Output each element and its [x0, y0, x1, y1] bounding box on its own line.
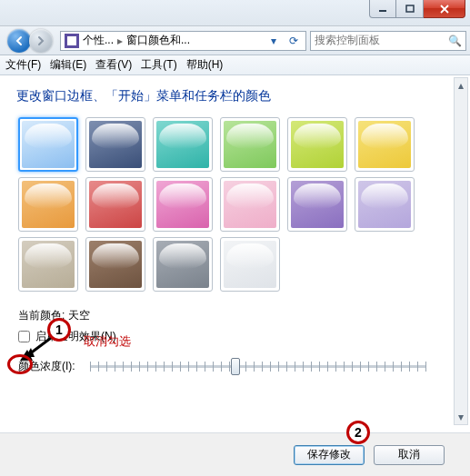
menu-view[interactable]: 查看(V) [95, 57, 132, 73]
cancel-button[interactable]: 取消 [374, 445, 445, 465]
menu-bar: 文件(F) 编辑(E) 查看(V) 工具(T) 帮助(H) [0, 55, 470, 75]
maximize-button[interactable] [396, 0, 424, 18]
color-swatch-taupe[interactable] [18, 237, 78, 292]
close-button[interactable] [424, 0, 465, 18]
intensity-label: 颜色浓度(I): [18, 359, 75, 374]
svg-marker-3 [25, 348, 35, 357]
save-button[interactable]: 保存修改 [294, 445, 365, 465]
back-button[interactable] [7, 29, 31, 53]
chevron-right-icon: ▸ [117, 35, 123, 47]
color-swatch-sky[interactable] [18, 117, 78, 172]
menu-file[interactable]: 文件(F) [5, 57, 41, 73]
color-swatch-sun[interactable] [355, 117, 415, 172]
chevron-down-icon[interactable]: ▾ [265, 33, 282, 49]
color-swatch-ruby[interactable] [85, 177, 145, 232]
maximize-icon [405, 5, 415, 14]
nav-row: 个性... ▸ 窗口颜色和... ▾ ⟳ 搜索控制面板 🔍 [0, 26, 470, 55]
footer: 2 保存修改 取消 [0, 432, 470, 476]
menu-tools[interactable]: 工具(T) [141, 57, 176, 73]
svg-rect-1 [406, 5, 414, 12]
color-swatch-fuchsia[interactable] [153, 177, 213, 232]
color-swatch-blush[interactable] [220, 177, 280, 232]
color-swatch-grid [18, 117, 454, 292]
color-swatch-lime[interactable] [287, 117, 347, 172]
search-box[interactable]: 搜索控制面板 🔍 [310, 31, 466, 51]
scroll-up-icon[interactable]: ▴ [455, 78, 467, 93]
color-swatch-twilight[interactable] [85, 117, 145, 172]
window-controls [369, 0, 465, 18]
search-placeholder: 搜索控制面板 [315, 33, 445, 48]
annotation-marker-2: 2 [346, 421, 370, 444]
intensity-slider[interactable] [90, 365, 426, 368]
scroll-down-icon[interactable]: ▾ [455, 410, 467, 424]
color-swatch-slate[interactable] [153, 237, 213, 292]
menu-help[interactable]: 帮助(H) [186, 57, 224, 73]
address-bar[interactable]: 个性... ▸ 窗口颜色和... ▾ ⟳ [60, 31, 306, 51]
transparency-checkbox[interactable] [18, 331, 30, 342]
minimize-icon [377, 5, 388, 14]
search-icon: 🔍 [448, 35, 462, 47]
color-swatch-pumpkin[interactable] [18, 177, 78, 232]
current-color-label: 当前颜色: 天空 [18, 308, 454, 323]
color-swatch-lavender[interactable] [355, 177, 415, 232]
color-swatch-sea[interactable] [153, 117, 213, 172]
refresh-icon[interactable]: ⟳ [285, 33, 302, 49]
color-swatch-chocolate[interactable] [85, 237, 145, 292]
transparency-row: 启用透明效果(N) [18, 329, 454, 344]
personalization-icon [65, 34, 79, 48]
window-titlebar [0, 0, 470, 26]
forward-button[interactable] [29, 29, 53, 53]
intensity-row: 颜色浓度(I): [18, 359, 454, 374]
transparency-label[interactable]: 启用透明效果(N) [35, 329, 116, 344]
arrow-right-icon [35, 35, 46, 46]
color-swatch-frost[interactable] [220, 237, 280, 292]
scrollbar[interactable]: ▴ ▾ [454, 77, 468, 425]
nav-buttons [4, 28, 56, 54]
color-swatch-violet[interactable] [287, 177, 347, 232]
slider-thumb[interactable] [231, 358, 240, 375]
breadcrumb-seg[interactable]: 个性... [83, 33, 114, 48]
breadcrumb-seg[interactable]: 窗口颜色和... [126, 33, 190, 48]
content-area: ▴ ▾ 更改窗口边框、「开始」菜单和任务栏的颜色 当前颜色: 天空 启用透明效果… [0, 75, 470, 476]
arrow-left-icon [14, 35, 25, 46]
menu-edit[interactable]: 编辑(E) [50, 57, 86, 73]
minimize-button[interactable] [369, 0, 396, 18]
close-icon [439, 5, 450, 14]
color-swatch-leaf[interactable] [220, 117, 280, 172]
svg-rect-0 [379, 10, 386, 12]
page-title: 更改窗口边框、「开始」菜单和任务栏的颜色 [16, 88, 454, 104]
